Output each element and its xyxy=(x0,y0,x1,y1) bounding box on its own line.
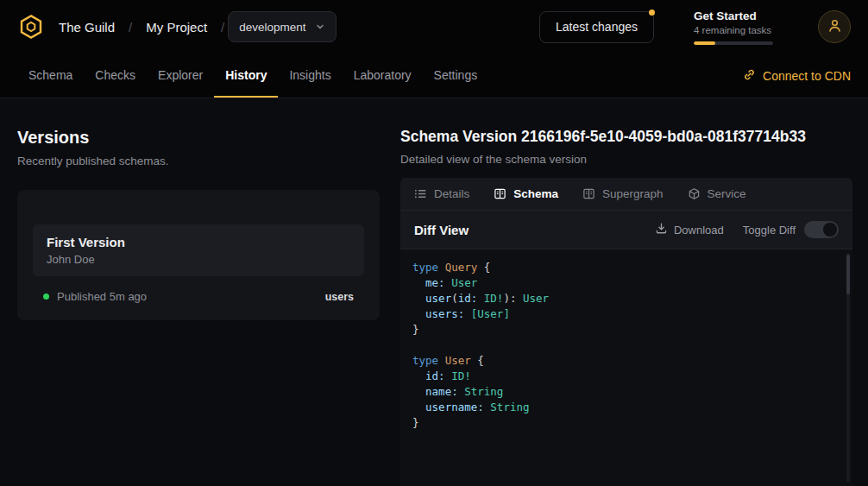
versions-list: First VersionJohn DoePublished 5m agouse… xyxy=(33,224,364,303)
download-button[interactable]: Download xyxy=(655,222,724,237)
version-status-row: Published 5m agousers xyxy=(33,290,364,303)
code-scrollbar-thumb[interactable] xyxy=(846,255,850,294)
versions-card: First VersionJohn DoePublished 5m agouse… xyxy=(17,190,380,320)
toggle-knob xyxy=(823,223,837,237)
list-icon xyxy=(414,187,427,200)
get-started-title: Get Started xyxy=(694,9,777,22)
detail-tab-label: Supergraph xyxy=(602,187,664,200)
nav-tab-history[interactable]: History xyxy=(214,54,278,98)
code-line: username: String xyxy=(412,400,835,415)
version-detail-subtitle: Detailed view of the schema version xyxy=(400,153,852,166)
cube-icon xyxy=(688,187,701,200)
code-line: } xyxy=(412,415,835,431)
code-line: users: [User] xyxy=(412,306,835,322)
code-line: } xyxy=(412,322,835,338)
breadcrumb-project[interactable]: My Project xyxy=(146,20,207,35)
diff-view-title: Diff View xyxy=(414,223,469,237)
code-line: type Query { xyxy=(412,260,835,275)
code-line: name: String xyxy=(412,384,835,400)
version-detail-title: Schema Version 2166196f-5e10-4059-bd0a-0… xyxy=(400,128,852,146)
layout-icon xyxy=(494,187,506,200)
versions-subtitle: Recently published schemas. xyxy=(17,155,380,167)
user-avatar[interactable] xyxy=(818,10,851,43)
breadcrumb-org[interactable]: The Guild xyxy=(59,20,115,35)
version-list-item[interactable]: First VersionJohn DoePublished 5m agouse… xyxy=(33,224,364,303)
schema-code-viewer: type Query { me: User user(id: ID!): Use… xyxy=(400,249,852,486)
nav-tab-explorer[interactable]: Explorer xyxy=(147,54,214,98)
diff-toggle-switch[interactable] xyxy=(804,221,839,238)
environment-select[interactable]: development xyxy=(228,11,336,42)
link-icon xyxy=(743,68,756,84)
latest-changes-label: Latest changes xyxy=(556,20,638,34)
version-detail-tabs: DetailsSchemaSupergraphService xyxy=(400,178,852,211)
code-line: user(id: ID!): User xyxy=(412,291,835,306)
version-detail-panel: DetailsSchemaSupergraphService Diff View… xyxy=(400,178,852,486)
nav-tab-insights[interactable]: Insights xyxy=(278,54,342,98)
version-status: Published 5m ago xyxy=(57,290,147,303)
user-icon xyxy=(826,16,844,37)
version-name: First Version xyxy=(47,235,350,249)
detail-tab-label: Schema xyxy=(513,187,558,200)
nav-tab-schema[interactable]: Schema xyxy=(17,54,84,98)
detail-tab-supergraph[interactable]: Supergraph xyxy=(582,187,664,200)
get-started-progress xyxy=(694,41,773,45)
chevron-down-icon xyxy=(315,22,325,32)
version-item-main[interactable]: First VersionJohn Doe xyxy=(33,224,364,276)
environment-select-value: development xyxy=(239,21,305,34)
diff-view-controls: Download Toggle Diff xyxy=(655,221,839,238)
download-label: Download xyxy=(674,224,724,237)
code-line: me: User xyxy=(412,275,835,291)
detail-tab-label: Service xyxy=(708,187,746,200)
versions-column: Versions Recently published schemas. Fir… xyxy=(17,128,380,486)
toggle-diff-control: Toggle Diff xyxy=(743,221,839,238)
notification-dot xyxy=(649,9,655,16)
latest-changes-button[interactable]: Latest changes xyxy=(539,11,654,43)
main-nav: SchemaChecksExplorerHistoryInsightsLabor… xyxy=(0,54,868,98)
connect-to-cdn-button[interactable]: Connect to CDN xyxy=(743,54,851,98)
code-scrollbar xyxy=(846,253,850,483)
get-started-progress-fill xyxy=(694,41,715,45)
connect-to-cdn-label: Connect to CDN xyxy=(763,69,851,83)
main-content: Versions Recently published schemas. Fir… xyxy=(0,98,868,486)
code-line: id: ID! xyxy=(412,369,835,384)
top-header: The Guild / My Project / development Lat… xyxy=(0,0,868,54)
nav-tab-laboratory[interactable]: Laboratory xyxy=(343,54,423,98)
get-started-widget[interactable]: Get Started 4 remaining tasks xyxy=(694,9,777,45)
detail-tab-label: Details xyxy=(434,187,469,200)
layout-icon xyxy=(582,187,595,200)
detail-tab-schema[interactable]: Schema xyxy=(494,187,558,200)
nav-tab-settings[interactable]: Settings xyxy=(423,54,489,98)
version-author: John Doe xyxy=(47,253,350,266)
schema-code: type Query { me: User user(id: ID!): Use… xyxy=(412,260,835,431)
nav-tabs: SchemaChecksExplorerHistoryInsightsLabor… xyxy=(17,54,488,98)
breadcrumb-separator: / xyxy=(129,20,132,35)
published-dot-icon xyxy=(43,293,49,300)
breadcrumb-separator: / xyxy=(221,20,224,35)
toggle-diff-label: Toggle Diff xyxy=(743,224,796,237)
detail-tab-details[interactable]: Details xyxy=(414,187,469,200)
versions-title: Versions xyxy=(17,128,380,148)
breadcrumb: The Guild / My Project / xyxy=(59,20,224,35)
get-started-subtitle: 4 remaining tasks xyxy=(694,25,777,35)
detail-tab-service[interactable]: Service xyxy=(688,187,746,200)
nav-tab-checks[interactable]: Checks xyxy=(84,54,147,98)
code-line xyxy=(412,338,835,353)
service-badge: users xyxy=(325,291,354,303)
hive-logo-icon[interactable] xyxy=(17,13,45,41)
code-line: type User { xyxy=(412,353,835,369)
diff-view-header: Diff View Download Toggle Diff xyxy=(400,211,852,249)
version-detail-column: Schema Version 2166196f-5e10-4059-bd0a-0… xyxy=(400,128,852,486)
download-icon xyxy=(655,222,668,237)
